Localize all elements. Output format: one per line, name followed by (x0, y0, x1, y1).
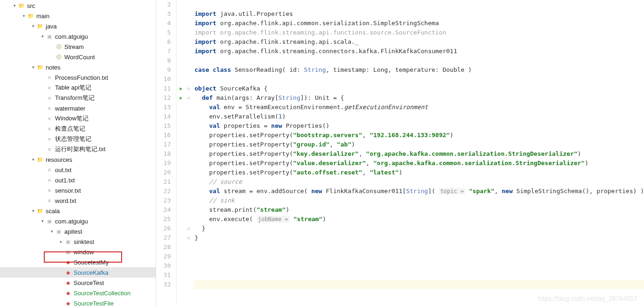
tree-item-wordcount[interactable]: ⓒWordCount (0, 52, 156, 62)
code-editor[interactable]: 2345678910111213141516171819202122232425… (156, 0, 644, 306)
code-line[interactable]: val properties = new Properties() (194, 121, 644, 131)
scala-icon: ◆ (64, 299, 72, 306)
chevron-down-icon[interactable]: ▾ (11, 3, 18, 8)
tree-item-sourcetestfile[interactable]: ◆SourceTestFile (0, 298, 156, 306)
chevron-down-icon[interactable]: ▾ (30, 65, 36, 70)
tree-item-table-api-[interactable]: ≡Table api笔记 (0, 83, 156, 93)
tree-item-sourcetest[interactable]: ◆SourceTest (0, 278, 156, 288)
tree-item-window-[interactable]: ≡Window笔记 (0, 113, 156, 124)
tree-item-sensor-txt[interactable]: ≡sensor.txt (0, 185, 156, 195)
tree-item-src[interactable]: ▾📁src (0, 0, 156, 11)
code-line[interactable]: properties.setProperty("value.deserializ… (194, 159, 644, 168)
chevron-down-icon[interactable]: ▾ (39, 34, 46, 39)
tree-item-notes[interactable]: ▾📁notes (0, 62, 156, 72)
fold-blank (185, 243, 192, 252)
fold-column[interactable]: ⊟⊟⊟⊟ (185, 0, 192, 306)
project-tree[interactable]: ▾📁src▾📁main▾📁java▾▣com.atguiguⓒStreamⓒWo… (0, 0, 156, 306)
fold-blank (185, 215, 192, 224)
code-line[interactable] (194, 261, 644, 271)
code-line[interactable]: properties.setProperty("bootstrap.server… (194, 131, 644, 140)
code-line[interactable] (194, 56, 644, 65)
code-line[interactable]: } (194, 233, 644, 243)
code-line[interactable] (194, 280, 644, 289)
tree-item-label: Window笔记 (55, 114, 89, 123)
fold-toggle-icon[interactable]: ⊟ (185, 93, 192, 103)
code-line[interactable] (194, 243, 644, 252)
code-line[interactable] (194, 0, 644, 9)
pkg-icon: ▣ (55, 228, 62, 235)
code-line[interactable]: val stream = env.addSource( new FlinkKaf… (194, 187, 644, 196)
fold-toggle-icon[interactable]: ⊟ (185, 233, 192, 243)
tree-item-apitest[interactable]: ▾▣apitest (0, 226, 156, 236)
chevron-right-icon[interactable]: ▸ (58, 239, 64, 244)
fold-blank (185, 19, 192, 28)
tree-item--[interactable]: ≡状态管理笔记 (0, 134, 156, 144)
chevron-down-icon[interactable]: ▾ (48, 229, 55, 234)
tree-item-label: resources (46, 156, 72, 163)
line-number: 16 (156, 131, 171, 140)
tree-item-scala[interactable]: ▾📁scala (0, 206, 156, 216)
tree-item--txt[interactable]: ≡运行时架构笔记.txt (0, 144, 156, 154)
code-line[interactable]: env.execute( jobName = "stream") (194, 215, 644, 224)
pkg-icon: ▣ (64, 248, 72, 256)
tree-item-processfunction-txt[interactable]: ≡ProcessFunction.txt (0, 72, 156, 83)
code-line[interactable]: def main(args: Array[String]): Unit = { (194, 93, 644, 103)
code-line[interactable]: // sink (194, 196, 644, 205)
tree-item-transform-[interactable]: ≡Transform笔记 (0, 93, 156, 103)
tree-item-resources[interactable]: ▾📁resources (0, 154, 156, 165)
chevron-down-icon[interactable]: ▾ (30, 209, 36, 213)
tree-item-sinktest[interactable]: ▸▣sinktest (0, 236, 156, 247)
tree-item-window[interactable]: ▣window (0, 247, 156, 257)
run-gutter-icon[interactable]: ▶ (177, 93, 185, 103)
txt-icon: ≡ (46, 74, 53, 81)
txt-icon: ≡ (46, 197, 53, 204)
code-line[interactable] (194, 75, 644, 84)
tree-item-word-txt[interactable]: ≡word.txt (0, 195, 156, 206)
tree-item-stream[interactable]: ⓒStream (0, 42, 156, 52)
tree-item--[interactable]: ≡检查点笔记 (0, 124, 156, 134)
tree-item-label: com.atguigu (55, 33, 88, 40)
code-line[interactable] (194, 271, 644, 280)
tree-item-java[interactable]: ▾📁java (0, 21, 156, 31)
code-line[interactable]: import org.apache.flink.streaming.connec… (194, 47, 644, 56)
chevron-down-icon[interactable]: ▾ (21, 14, 27, 18)
code-line[interactable]: // source (194, 177, 644, 187)
code-line[interactable]: properties.setProperty("group.id", "ab") (194, 140, 644, 149)
tree-item-com-atguigu[interactable]: ▾▣com.atguigu (0, 216, 156, 226)
code-line[interactable]: import org.apache.flink.streaming.api.sc… (194, 37, 644, 47)
chevron-down-icon[interactable]: ▾ (39, 219, 46, 223)
fold-toggle-icon[interactable]: ⊟ (185, 84, 192, 93)
tree-item-label: 检查点笔记 (55, 125, 85, 133)
tree-item-com-atguigu[interactable]: ▾▣com.atguigu (0, 31, 156, 42)
chevron-down-icon[interactable]: ▾ (30, 24, 36, 28)
code-area[interactable]: import java.util.Propertiesimport org.ap… (192, 0, 644, 306)
tree-item-out1-txt[interactable]: ≡out1.txt (0, 175, 156, 185)
tree-item-watermater[interactable]: ≡watermater (0, 103, 156, 113)
code-line[interactable]: } (194, 224, 644, 233)
code-line[interactable]: import org.apache.flink.api.common.seria… (194, 19, 644, 28)
tree-item-label: SourceTest (74, 279, 104, 286)
code-line[interactable]: import org.apache.flink.streaming.api.fu… (194, 28, 644, 37)
tree-item-main[interactable]: ▾📁main (0, 11, 156, 21)
tree-item-sourcetestcollection[interactable]: ◆SourceTestCollection (0, 288, 156, 298)
gutter-blank (177, 177, 185, 187)
code-line[interactable]: stream.print("stream") (194, 205, 644, 215)
tree-item-sourcekafka[interactable]: ◆SourceKafka (0, 267, 156, 278)
tree-item-out-txt[interactable]: ≡out.txt (0, 165, 156, 175)
txt-icon: ≡ (46, 135, 53, 143)
fold-toggle-icon[interactable]: ⊟ (185, 224, 192, 233)
fold-blank (185, 0, 192, 9)
code-line[interactable]: env.setParallelism(1) (194, 112, 644, 121)
code-line[interactable] (194, 252, 644, 261)
code-line[interactable]: properties.setProperty("key.deserializer… (194, 149, 644, 159)
tree-item-soucetestmy[interactable]: ◆SoucetestMy (0, 257, 156, 267)
gutter-run-marks[interactable]: ▶▶ (177, 0, 185, 306)
run-gutter-icon[interactable]: ▶ (177, 84, 185, 93)
code-line[interactable]: case class SensorReading( id: String, ti… (194, 65, 644, 75)
scala-icon: ◆ (64, 279, 72, 286)
code-line[interactable]: object SourceKafka { (194, 84, 644, 93)
code-line[interactable]: import java.util.Properties (194, 9, 644, 19)
chevron-down-icon[interactable]: ▾ (30, 157, 36, 162)
code-line[interactable]: properties.setProperty("auto.offset.rese… (194, 168, 644, 177)
code-line[interactable]: val env = StreamExecutionEnvironment.get… (194, 103, 644, 112)
